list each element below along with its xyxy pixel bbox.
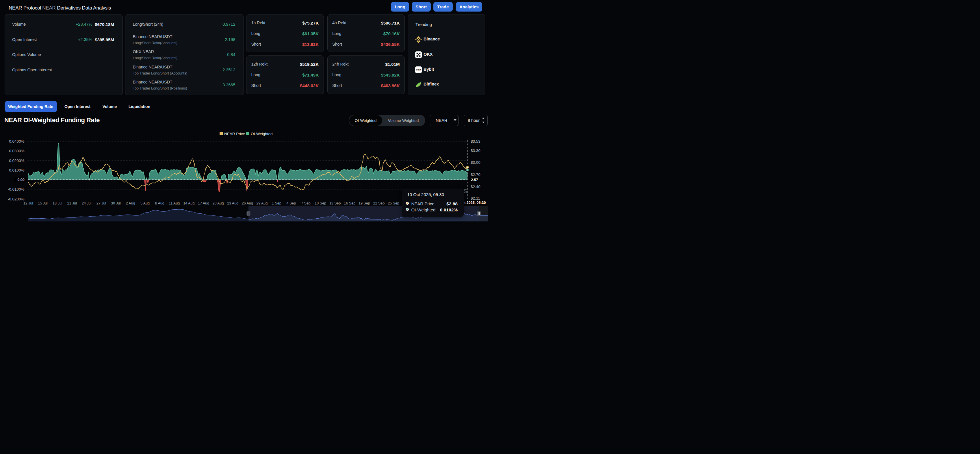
svg-text:30 Jul: 30 Jul (111, 201, 121, 205)
svg-text:-0.0200%: -0.0200% (8, 197, 25, 201)
svg-text:17 Aug: 17 Aug (198, 201, 209, 205)
svg-text:26 Aug: 26 Aug (242, 201, 253, 205)
svg-text:4 Sep: 4 Sep (286, 201, 296, 205)
svg-text:19 Sep: 19 Sep (358, 201, 370, 205)
svg-text:16 Sep: 16 Sep (344, 201, 355, 205)
svg-text:14 Aug: 14 Aug (183, 201, 194, 205)
svg-text:23 Aug: 23 Aug (227, 201, 239, 205)
svg-text:18 Jul: 18 Jul (52, 201, 62, 205)
svg-text:S: S (463, 188, 467, 194)
svg-text:0.0300%: 0.0300% (9, 149, 24, 153)
svg-text:0.0200%: 0.0200% (9, 159, 24, 163)
svg-text:$2.40: $2.40 (471, 184, 480, 189)
svg-text:15 Jul: 15 Jul (38, 201, 48, 205)
svg-text:5 Aug: 5 Aug (140, 201, 150, 205)
svg-text:-0.00: -0.00 (16, 178, 25, 182)
svg-text:2.57: 2.57 (471, 178, 478, 182)
svg-text:25 Sep: 25 Sep (388, 201, 399, 205)
svg-text:12 Jul: 12 Jul (24, 201, 33, 205)
svg-text:10 Sep: 10 Sep (315, 201, 326, 205)
svg-text:2 Aug: 2 Aug (126, 201, 135, 205)
svg-text:20 Aug: 20 Aug (213, 201, 224, 205)
svg-text:22 Sep: 22 Sep (373, 201, 385, 205)
svg-text:7 Sep: 7 Sep (301, 201, 310, 205)
svg-text:27 Jul: 27 Jul (97, 201, 106, 205)
svg-text:$2.11: $2.11 (471, 196, 480, 200)
svg-text:$3.30: $3.30 (471, 148, 480, 153)
svg-text:$3.00: $3.00 (471, 160, 480, 165)
svg-text:$3.53: $3.53 (471, 139, 480, 143)
svg-text:21 Jul: 21 Jul (67, 201, 77, 205)
svg-text:11 Aug: 11 Aug (169, 201, 180, 205)
svg-text:0.0400%: 0.0400% (9, 139, 24, 143)
svg-text:-0.0100%: -0.0100% (8, 187, 25, 192)
svg-text:0.0100%: 0.0100% (9, 168, 24, 172)
svg-text:29 Aug: 29 Aug (256, 201, 267, 205)
svg-text:24 Jul: 24 Jul (82, 201, 91, 205)
svg-text:13 Sep: 13 Sep (329, 201, 341, 205)
svg-text:1 Sep: 1 Sep (272, 201, 282, 205)
svg-text:8 Aug: 8 Aug (155, 201, 164, 205)
svg-text:$2.70: $2.70 (471, 172, 480, 177)
